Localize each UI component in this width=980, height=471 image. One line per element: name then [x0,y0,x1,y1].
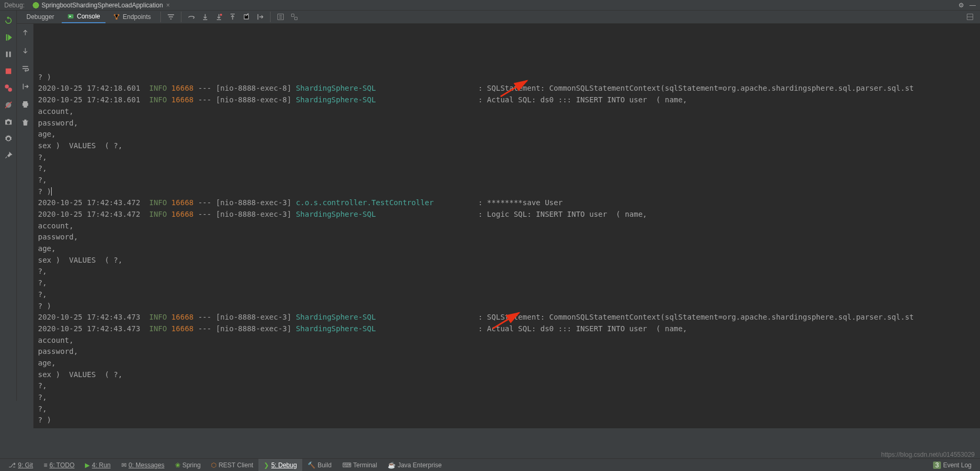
log-line: account, [38,335,976,347]
log-line: 2020-10-25 17:42:18.601 INFO 16668 --- [… [38,94,976,106]
top-bar: Debug: SpringbootShardingSphereLoadAppli… [0,0,980,11]
evaluate-icon[interactable] [276,13,285,21]
toolbar: Debugger Console Endpoints [17,11,980,24]
log-line: ?, [38,392,976,403]
log-line: sex ) VALUES ( ?, [38,255,976,266]
log-line: ? ) [38,72,976,83]
tab-debugger[interactable]: Debugger [21,11,60,23]
mute-breakpoints-icon[interactable] [4,100,13,110]
up-icon[interactable] [19,26,32,39]
bottom-bar: ⎇9: Git ≡6: TODO ▶4: Run ✉0: Messages ❀S… [0,458,980,471]
log-line: ?, [38,266,976,277]
log-line: ?, [38,152,976,164]
log-line: ? ) [38,301,976,312]
clear-icon[interactable] [19,116,32,129]
stop-icon[interactable] [4,66,13,76]
run-config-name: SpringbootShardingSphereLoadApplication [42,2,163,9]
endpoints-icon [113,13,120,21]
pin-icon[interactable] [4,151,13,160]
close-icon[interactable]: × [166,2,170,9]
status-spring-label: Spring [182,462,201,469]
status-javaee-label: Java Enterprise [398,462,441,469]
run-to-cursor-icon[interactable] [256,13,264,21]
log-line: ?, [38,403,976,415]
status-todo-label: 6: TODO [50,462,75,469]
log-line: ?, [38,277,976,289]
print-icon[interactable] [19,98,32,111]
console-output[interactable]: ? )2020-10-25 17:42:18.601 INFO 16668 --… [34,24,980,428]
status-run[interactable]: ▶4: Run [80,459,116,471]
filter-icon[interactable] [167,13,175,21]
status-debug-label: 5: Debug [271,462,297,469]
status-rest[interactable]: ⬡REST Client [206,459,258,471]
log-line: 2020-10-25 17:42:43.472 INFO 16668 --- [… [38,209,976,220]
status-git[interactable]: ⎇9: Git [3,459,39,471]
log-line: account, [38,106,976,118]
log-line: sex ) VALUES ( ?, [38,140,976,152]
watermark: https://blog.csdn.net/u014553029 [881,451,975,458]
breakpoints-icon[interactable] [4,83,13,93]
log-line: ?, [38,380,976,392]
force-step-into-icon[interactable] [215,13,223,21]
log-line: password, [38,232,976,243]
trace-icon[interactable] [290,13,299,21]
step-into-icon[interactable] [201,13,209,21]
status-build-label: Build [318,462,332,469]
scroll-to-end-icon[interactable] [19,80,32,93]
status-messages[interactable]: ✉0: Messages [116,459,170,471]
status-javaee[interactable]: ☕Java Enterprise [382,459,447,471]
console-icon [67,13,74,20]
status-debug[interactable]: ❯5: Debug [258,459,302,471]
log-line: ?, [38,163,976,175]
step-over-icon[interactable] [187,13,196,21]
log-line: 2020-10-25 17:42:43.473 INFO 16668 --- [… [38,323,976,335]
console-toolbar [17,24,34,428]
status-build[interactable]: 🔨Build [302,459,337,471]
layout-icon[interactable] [966,13,974,21]
tab-console-label: Console [77,13,100,20]
svg-point-2 [8,88,12,92]
log-line: 2020-10-25 17:42:18.601 INFO 16668 --- [… [38,83,976,94]
pause-icon[interactable] [4,50,13,59]
svg-rect-11 [292,14,294,17]
status-eventlog-badge: 3 [933,462,941,469]
status-eventlog-label: Event Log [943,462,972,469]
svg-point-9 [220,14,222,16]
log-line: ?, [38,289,976,301]
status-eventlog[interactable]: 3 Event Log [928,459,977,471]
debug-label: Debug: [4,2,25,9]
gear-icon[interactable]: ⚙ [958,2,964,9]
tab-console[interactable]: Console [62,11,105,23]
status-rest-label: REST Client [218,462,253,469]
status-todo[interactable]: ≡6: TODO [39,459,80,471]
down-icon[interactable] [19,44,32,57]
spring-icon [32,2,40,9]
rerun-icon[interactable] [4,16,13,25]
step-out-icon[interactable] [228,13,237,21]
log-line: password, [38,346,976,358]
tab-endpoints-label: Endpoints [123,13,151,21]
resume-icon[interactable] [4,33,13,42]
status-run-label: 4: Run [92,462,110,469]
log-line: ? )​ [38,186,976,198]
status-spring[interactable]: ❀Spring [170,459,206,471]
status-terminal[interactable]: ⌨Terminal [337,459,382,471]
log-line: age, [38,129,976,140]
svg-rect-12 [295,17,297,20]
log-line: 2020-10-25 17:42:43.472 INFO 16668 --- [… [38,197,976,209]
log-line: sex ) VALUES ( ?, [38,369,976,381]
log-line: ?, [38,175,976,186]
svg-point-1 [5,84,9,89]
camera-icon[interactable] [4,117,13,127]
run-config-tab[interactable]: SpringbootShardingSphereLoadApplication … [29,1,173,10]
tab-endpoints[interactable]: Endpoints [108,11,156,23]
status-messages-label: 0: Messages [129,462,165,469]
soft-wrap-icon[interactable] [19,62,32,75]
log-line: age, [38,243,976,255]
minimize-icon[interactable]: — [969,2,976,9]
log-line: password, [38,118,976,129]
log-line: ? ) [38,415,976,426]
settings-icon[interactable] [4,134,13,143]
left-sidebar [0,11,17,401]
drop-frame-icon[interactable] [242,13,251,21]
